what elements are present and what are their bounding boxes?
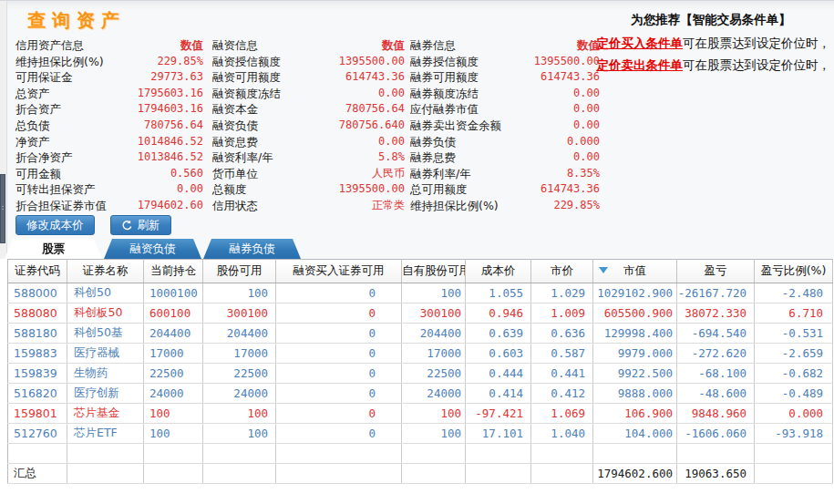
- holdings-row[interactable]: 588080科创板5060010030010003001000.9461.009…: [8, 303, 833, 324]
- asset-label: 融券卖出资金余额: [410, 118, 501, 134]
- asset-value: 1795603.16: [138, 86, 203, 102]
- cell: 512760: [8, 424, 67, 444]
- cell: 106.900: [593, 404, 677, 424]
- cell: 医疗创新: [67, 384, 144, 404]
- cell: 科创50: [67, 283, 144, 303]
- column-header[interactable]: 证券名称: [67, 260, 144, 283]
- asset-label: 总负债: [15, 118, 50, 134]
- column-header[interactable]: 股份可用: [203, 260, 276, 283]
- asset-info-row: 总负债780756.64: [15, 118, 203, 134]
- refresh-button[interactable]: 刷新: [110, 215, 171, 235]
- asset-label: 总资产: [15, 86, 50, 102]
- asset-value: 5.8%: [378, 149, 405, 166]
- holdings-row[interactable]: 159839生物药22500225000225000.4440.4419922.…: [8, 364, 833, 384]
- cell: 588000: [8, 283, 67, 303]
- column-header[interactable]: 自有股份可用: [402, 260, 466, 283]
- asset-group-title: 融券信息: [410, 37, 456, 54]
- column-header[interactable]: 成本价: [466, 260, 531, 283]
- asset-value: 0.000: [567, 134, 600, 150]
- tab-stocks[interactable]: 股票: [5, 239, 102, 259]
- asset-group-securities-lending-info: 融券信息数值融券授信额度1395500.00融券可用额度614743.36融券额…: [410, 37, 600, 214]
- asset-label: 融资息费: [212, 134, 258, 150]
- asset-value: 0.00: [177, 181, 203, 198]
- asset-label: 信用状态: [212, 198, 258, 214]
- empty-row: [8, 444, 833, 464]
- asset-value: 780756.64: [345, 101, 405, 118]
- cell: 17000: [402, 344, 466, 364]
- cell: 0: [276, 424, 402, 444]
- cell: 300100: [203, 303, 276, 324]
- holdings-row[interactable]: 159883医疗器械17000170000170000.6030.5879979…: [8, 344, 833, 364]
- summary-cell: [531, 464, 593, 484]
- cell: 0.603: [466, 344, 531, 364]
- asset-value: 1395500.00: [534, 54, 600, 70]
- sort-desc-icon[interactable]: [599, 267, 608, 273]
- asset-group-title: 融资信息: [212, 37, 258, 54]
- asset-label: 融资可用额度: [212, 69, 281, 86]
- value-column-header: 数值: [577, 37, 600, 54]
- asset-info-row: 融券可用额度614743.36: [410, 69, 600, 86]
- cell: 24000: [402, 384, 466, 404]
- asset-label: 总可用额度: [410, 181, 468, 198]
- column-header[interactable]: 融资买入证券可用: [276, 260, 402, 283]
- asset-label: 可用金额: [15, 166, 61, 182]
- asset-value: 0.00: [378, 86, 405, 102]
- holdings-row[interactable]: 159801芯片基金1001000100-97.4211.069106.9009…: [8, 404, 833, 424]
- cell: 芯片ETF: [67, 424, 144, 444]
- summary-cell: [203, 464, 276, 484]
- cell: 24000: [203, 384, 276, 404]
- holdings-row[interactable]: 512760芯片ETF100100010017.1011.040104.000-…: [8, 424, 833, 444]
- asset-label: 融资授信额度: [212, 54, 281, 70]
- asset-label: 融券息费: [410, 149, 456, 166]
- summary-cell: 19063.650: [677, 464, 755, 484]
- column-header[interactable]: 盈亏比例(%): [755, 260, 833, 283]
- asset-value: 8.35%: [567, 166, 600, 182]
- asset-group-header-row: 融资信息数值: [212, 37, 405, 54]
- summary-cell: [276, 464, 402, 484]
- cell: 科创50基: [67, 324, 144, 344]
- cell: 0: [276, 303, 402, 324]
- cell: 100: [402, 283, 466, 303]
- cell: 104.000: [593, 424, 677, 444]
- summary-cell: [755, 464, 833, 484]
- cell: 0.414: [466, 384, 531, 404]
- asset-info-row: 应付融券市值0.00: [410, 101, 600, 118]
- asset-label: 融券利率/年: [410, 166, 471, 182]
- asset-info-row: 可用保证金29773.63: [15, 69, 203, 86]
- asset-value: 0.00: [378, 134, 405, 150]
- cell: -694.540: [677, 324, 755, 344]
- column-header[interactable]: 盈亏: [677, 260, 755, 283]
- cell: 1.009: [531, 303, 593, 324]
- cell: 17000: [203, 344, 276, 364]
- refresh-icon: [121, 220, 133, 231]
- summary-cell: [144, 464, 203, 484]
- asset-label: 折合资产: [15, 101, 61, 118]
- tab-short-liabilities[interactable]: 融券负债: [203, 239, 301, 259]
- cell: 100: [402, 424, 466, 444]
- column-header[interactable]: 市价: [531, 260, 593, 283]
- asset-info-row: 融资息费0.00: [212, 134, 405, 150]
- asset-group-title: 信用资产信息: [15, 37, 84, 54]
- holdings-row[interactable]: 588180科创50基20440020440002044000.6390.636…: [8, 324, 833, 344]
- empty-cell: [402, 444, 466, 464]
- cell: 1.069: [531, 404, 593, 424]
- asset-info-row: 净资产1014846.52: [15, 134, 203, 150]
- column-header[interactable]: 当前持仓: [144, 260, 203, 283]
- holdings-row[interactable]: 516820医疗创新24000240000240000.4140.4129888…: [8, 384, 833, 404]
- modify-cost-button[interactable]: 修改成本价: [15, 215, 95, 235]
- cell: 38072.330: [677, 303, 755, 324]
- cell: 204400: [402, 324, 466, 344]
- cell: 588180: [8, 324, 67, 344]
- cell: -48.600: [677, 384, 755, 404]
- cell: 22500: [144, 364, 203, 384]
- holdings-row[interactable]: 588000科创50100010010001001.0551.029102910…: [8, 283, 833, 303]
- cell: -2.659: [755, 344, 833, 364]
- column-header[interactable]: 市值: [593, 260, 677, 283]
- asset-value: 1794603.16: [138, 101, 203, 118]
- column-header[interactable]: 证券代码: [8, 260, 67, 283]
- asset-value: 0.00: [573, 101, 600, 118]
- cell: 芯片基金: [67, 404, 144, 424]
- cell: 24000: [144, 384, 203, 404]
- value-column-header: 数值: [180, 37, 203, 54]
- tab-margin-liabilities[interactable]: 融资负债: [104, 239, 201, 259]
